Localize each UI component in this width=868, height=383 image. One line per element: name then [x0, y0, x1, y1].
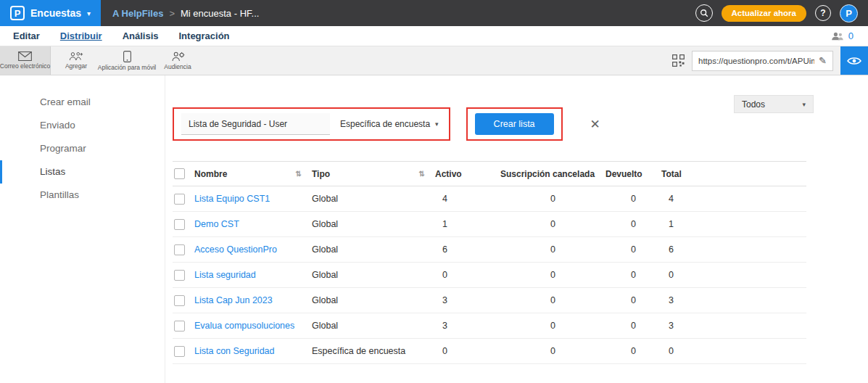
chevron-down-icon: ▾ [435, 120, 439, 128]
sort-icon[interactable]: ⇅ [296, 170, 302, 178]
update-now-button[interactable]: Actualizar ahora [722, 5, 806, 22]
row-checkbox[interactable] [174, 194, 185, 205]
row-checkbox[interactable] [174, 295, 185, 306]
list-type-value: Específica de encuesta [340, 119, 430, 129]
sidebar-item-enviado[interactable]: Enviado [0, 114, 165, 137]
row-unsubscribed: 0 [500, 212, 605, 237]
tool-audiencia[interactable]: Audiencia [152, 46, 203, 75]
create-list-form: Específica de encuesta ▾ Crear lista ✕ [173, 107, 814, 141]
create-button-highlight-box: Crear lista [466, 107, 563, 141]
qr-code-icon[interactable] [672, 54, 685, 67]
row-name-link[interactable]: Acceso QuestionPro [194, 244, 277, 255]
table-row: Acceso QuestionPro Global 6 0 0 6 [173, 237, 806, 263]
row-unsubscribed: 0 [500, 237, 605, 263]
row-name-link[interactable]: Lista Equipo CST1 [194, 194, 270, 204]
table-row: Lista con Seguridad Específica de encues… [173, 339, 806, 364]
tool-label: Correo electrónico [0, 62, 50, 70]
row-name-link[interactable]: Lista con Seguridad [194, 346, 275, 356]
row-total[interactable]: 3 [661, 313, 806, 339]
table-row: Lista seguridad Global 0 0 0 0 [173, 263, 806, 288]
row-type: Global [312, 263, 435, 288]
top-bar: P Encuestas ▾ A HelpFiles > Mi encuesta … [0, 0, 868, 26]
lists-content: Todos ▾ Específica de encuesta ▾ Crear l… [165, 75, 868, 383]
distribute-toolbar: Correo electrónico Agregar Aplicación pa… [0, 46, 868, 75]
help-icon[interactable]: ? [815, 5, 831, 21]
main-area: Crear email Enviado Programar Listas Pla… [0, 75, 868, 383]
collaborators[interactable]: 0 [831, 30, 865, 41]
tool-agregar[interactable]: Agregar [51, 46, 102, 75]
lists-table-body: Lista Equipo CST1 Global 4 0 0 4 Demo CS… [173, 186, 806, 364]
list-type-dropdown[interactable]: Específica de encuesta ▾ [340, 119, 442, 129]
column-header-activo: Activo [435, 162, 500, 186]
row-checkbox[interactable] [174, 321, 185, 331]
table-row: Evalua compusoluciones Global 3 0 0 3 [173, 313, 806, 339]
row-unsubscribed: 0 [500, 288, 605, 313]
row-active[interactable]: 1 [435, 212, 500, 237]
column-header-nombre: Nombre [194, 169, 227, 179]
audience-icon [171, 52, 185, 62]
row-name-link[interactable]: Evalua compusoluciones [194, 321, 294, 331]
row-total[interactable]: 6 [661, 237, 806, 263]
row-type: Global [312, 288, 435, 313]
sidebar: Crear email Enviado Programar Listas Pla… [0, 75, 165, 383]
filter-dropdown-todos[interactable]: Todos ▾ [734, 95, 814, 113]
row-checkbox[interactable] [174, 346, 185, 357]
row-total[interactable]: 3 [661, 288, 806, 313]
row-bounced: 0 [605, 313, 661, 339]
row-checkbox[interactable] [174, 244, 185, 255]
sidebar-item-plantillas[interactable]: Plantillas [0, 184, 165, 207]
row-type: Global [312, 313, 435, 339]
tab-integracion[interactable]: Integración [169, 26, 240, 46]
search-icon[interactable] [695, 4, 713, 22]
app-menu-label: Encuestas [30, 7, 81, 19]
table-row: Lista Equipo CST1 Global 4 0 0 4 [173, 186, 806, 212]
breadcrumb-folder[interactable]: A HelpFiles [112, 8, 163, 19]
row-active[interactable]: 3 [435, 313, 500, 339]
sidebar-item-crear-email[interactable]: Crear email [0, 91, 165, 114]
row-total[interactable]: 4 [661, 186, 806, 212]
row-checkbox[interactable] [174, 219, 185, 230]
row-active[interactable]: 4 [435, 186, 500, 212]
row-unsubscribed: 0 [500, 186, 605, 212]
app-menu-encuestas[interactable]: P Encuestas ▾ [0, 0, 101, 26]
column-header-tipo: Tipo [312, 169, 330, 179]
survey-title[interactable]: Mi encuesta - HF... [181, 8, 259, 19]
close-icon[interactable]: ✕ [590, 117, 600, 132]
list-name-input[interactable] [181, 113, 330, 135]
edit-url-pencil-icon[interactable]: ✎ [819, 55, 827, 66]
row-unsubscribed: 0 [500, 263, 605, 288]
people-icon [831, 32, 844, 41]
sort-icon[interactable]: ⇅ [419, 170, 425, 178]
row-unsubscribed: 0 [500, 313, 605, 339]
survey-url-box[interactable]: https://questionpro.com/t/APUimZ3 ✎ [692, 51, 833, 71]
tab-distribuir[interactable]: Distribuir [50, 26, 112, 46]
row-active[interactable]: 6 [435, 237, 500, 263]
topbar-actions: Actualizar ahora ? P [695, 4, 868, 22]
select-all-checkbox[interactable] [174, 168, 185, 179]
lists-table: Nombre ⇅ Tipo ⇅ Activo Suscripción cance… [173, 161, 806, 364]
tool-label: Audiencia [164, 63, 191, 70]
tool-correo-electronico[interactable]: Correo electrónico [0, 46, 51, 75]
row-bounced: 0 [605, 339, 661, 364]
column-header-suscripcion: Suscripción cancelada [500, 162, 605, 186]
row-checkbox[interactable] [174, 270, 185, 281]
row-total[interactable]: 1 [661, 212, 806, 237]
list-name-highlight-box: Específica de encuesta ▾ [173, 107, 450, 141]
row-unsubscribed: 0 [500, 339, 605, 364]
create-list-button[interactable]: Crear lista [475, 113, 554, 135]
account-avatar[interactable]: P [840, 4, 858, 22]
tab-editar[interactable]: Editar [3, 26, 50, 46]
sidebar-item-programar[interactable]: Programar [0, 137, 165, 160]
survey-url[interactable]: https://questionpro.com/t/APUimZ3 [698, 57, 814, 65]
row-name-link[interactable]: Lista seguridad [194, 270, 256, 280]
row-type: Global [312, 212, 435, 237]
tool-label: Aplicación para móvil [98, 64, 156, 71]
sidebar-item-listas[interactable]: Listas [0, 160, 165, 184]
tool-aplicacion-movil[interactable]: Aplicación para móvil [102, 46, 152, 75]
row-name-link[interactable]: Demo CST [194, 219, 239, 229]
row-name-link[interactable]: Lista Cap Jun 2023 [194, 295, 273, 305]
row-active[interactable]: 3 [435, 288, 500, 313]
mobile-icon [123, 51, 131, 62]
tab-analisis[interactable]: Análisis [112, 26, 169, 46]
preview-eye-button[interactable] [840, 46, 868, 75]
